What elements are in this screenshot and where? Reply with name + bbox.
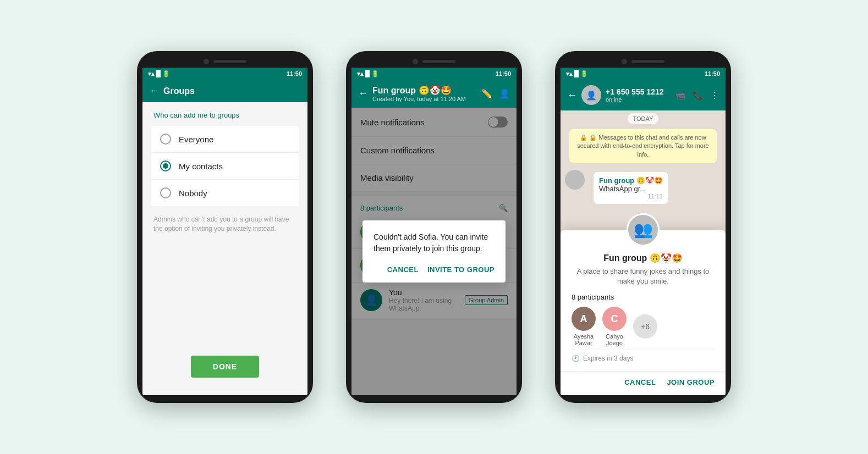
couldnt-add-dialog: Couldn't add Sofia. You can invite them … (362, 220, 506, 283)
battery-icon-2: 🔋 (371, 70, 379, 77)
chat-message-time: 11:11 (599, 193, 663, 200)
chat-message-avatar (565, 170, 585, 190)
cahyo-name: CahyoJoego (606, 333, 623, 346)
groups-title: Groups (163, 86, 301, 96)
invite-dialog-body: Fun group 🙃🤡🤩 A place to share funny jok… (561, 246, 726, 369)
time-3: 11:50 (705, 70, 720, 77)
phone-screen-2: ▾▴ ▉ 🔋 11:50 ← Fun group 🙃🤡🤩 Created by … (351, 68, 517, 395)
invite-dialog-group-avatar: 👥 (627, 213, 660, 246)
pencil-icon[interactable]: ✏️ (481, 88, 492, 99)
radio-everyone[interactable]: Everyone (151, 126, 299, 153)
dialog-invite-button[interactable]: INVITE TO GROUP (427, 263, 495, 276)
wifi-icon-2: ▾▴ (357, 70, 364, 77)
ayesha-name: AyeshaPawar (574, 333, 594, 346)
phone-speaker-1 (213, 60, 246, 63)
dialog-actions: CANCEL INVITE TO GROUP (373, 263, 495, 276)
date-label: TODAY (628, 113, 659, 124)
lock-icon: 🔒 (580, 134, 587, 141)
phone-top-1 (142, 59, 307, 64)
chat-message-sender: Fun group 🙃🤡🤩 (599, 176, 663, 185)
invite-group-name: Fun group 🙃🤡🤩 (572, 253, 715, 263)
phone-camera-2 (413, 59, 418, 64)
back-button-1[interactable]: ← (149, 85, 159, 97)
status-icons-1: ▾▴ ▉ 🔋 (148, 70, 170, 77)
video-call-icon[interactable]: 📹 (675, 90, 686, 101)
invite-actions: CANCEL JOIN GROUP (561, 371, 726, 386)
dialog-overlay: Couldn't add Sofia. You can invite them … (351, 108, 517, 395)
groups-header: ← Groups (142, 80, 307, 102)
invite-avatars: A AyeshaPawar C CahyoJoego +6 (572, 307, 715, 346)
status-bar-3: ▾▴ ▉ 🔋 11:50 (561, 68, 726, 80)
chat-date: TODAY (561, 110, 726, 127)
status-icons-3: ▾▴ ▉ 🔋 (566, 70, 588, 77)
signal-icon-3: ▉ (574, 70, 579, 77)
battery-icon-3: 🔋 (580, 70, 588, 77)
invite-group-desc: A place to share funny jokes and things … (572, 267, 715, 286)
invite-participants-label: 8 participants (572, 293, 715, 301)
invite-cancel-button[interactable]: CANCEL (624, 378, 656, 386)
join-group-button[interactable]: JOIN GROUP (667, 378, 715, 386)
group-info-header: ← Fun group 🙃🤡🤩 Created by You, today at… (351, 80, 517, 108)
more-options-icon[interactable]: ⋮ (710, 90, 719, 101)
radio-circle-mycontacts (160, 160, 171, 171)
radio-circle-nobody (160, 187, 171, 198)
status-icons-2: ▾▴ ▉ 🔋 (357, 70, 379, 77)
ayesha-avatar: A (572, 307, 596, 331)
status-bar-2: ▾▴ ▉ 🔋 11:50 (351, 68, 517, 80)
phone-screen-1: ▾▴ ▉ 🔋 11:50 ← Groups Who can add me to … (142, 68, 307, 395)
clock-icon: 🕐 (572, 355, 580, 362)
phone-speaker-3 (631, 60, 664, 63)
chat-message-row: Fun group 🙃🤡🤩 WhatsApp gr... 11:11 (565, 170, 721, 206)
radio-label-everyone: Everyone (179, 135, 213, 144)
radio-circle-everyone (160, 134, 171, 145)
status-bar-1: ▾▴ ▉ 🔋 11:50 (142, 68, 307, 80)
radio-nobody[interactable]: Nobody (151, 180, 299, 206)
invite-expires: 🕐 Expires in 3 days (572, 350, 715, 362)
phone-top-2 (351, 59, 517, 64)
system-message-text: 🔒 Messages to this chat and calls are no… (577, 134, 708, 158)
add-person-icon[interactable]: 👤 (499, 88, 510, 99)
battery-icon: 🔋 (162, 70, 170, 77)
system-message[interactable]: 🔒 🔒 Messages to this chat and calls are … (569, 129, 717, 163)
phone-1: ▾▴ ▉ 🔋 11:50 ← Groups Who can add me to … (137, 51, 313, 403)
invite-avatar-cahyo: C CahyoJoego (602, 307, 627, 346)
chat-screen: TODAY 🔒 🔒 Messages to this chat and call… (561, 110, 726, 395)
wifi-icon-3: ▾▴ (566, 70, 573, 77)
dialog-cancel-button[interactable]: CANCEL (387, 263, 419, 276)
chat-header-icons: 📹 📞 ⋮ (675, 90, 719, 101)
back-button-2[interactable]: ← (358, 88, 368, 99)
helper-text-groups: Admins who can't add you to a group will… (151, 215, 299, 234)
dialog-message: Couldn't add Sofia. You can invite them … (373, 231, 495, 254)
invite-avatar-extra: +6 (633, 314, 657, 339)
chat-message: Fun group 🙃🤡🤩 WhatsApp gr... 11:11 (594, 172, 668, 204)
invite-avatar-ayesha: A AyeshaPawar (572, 307, 596, 346)
phone-camera-3 (622, 59, 627, 64)
radio-group: Everyone My contacts Nobody (151, 126, 299, 206)
wifi-icon: ▾▴ (148, 70, 155, 77)
cahyo-avatar: C (602, 307, 627, 331)
phone-screen-3: ▾▴ ▉ 🔋 11:50 ← 👤 +1 650 555 1212 online … (561, 68, 726, 395)
chat-contact-name: +1 650 555 1212 (606, 87, 671, 96)
signal-icon: ▉ (156, 70, 161, 77)
group-name-header: Fun group 🙃🤡🤩 (372, 85, 477, 96)
group-subtitle: Created by You, today at 11:20 AM (372, 96, 477, 102)
phone-2: ▾▴ ▉ 🔋 11:50 ← Fun group 🙃🤡🤩 Created by … (346, 51, 522, 403)
time-2: 11:50 (496, 70, 511, 77)
time-1: 11:50 (287, 70, 302, 77)
chat-message-sub: WhatsApp gr... (599, 185, 663, 193)
chat-contact-status: online (606, 96, 671, 103)
voice-call-icon[interactable]: 📞 (693, 90, 704, 101)
done-btn-container: DONE (151, 347, 299, 386)
groups-content: Who can add me to groups Everyone My con… (142, 102, 307, 395)
back-button-3[interactable]: ← (567, 90, 577, 101)
phone-3: ▾▴ ▉ 🔋 11:50 ← 👤 +1 650 555 1212 online … (555, 51, 731, 403)
extra-count: +6 (633, 314, 657, 339)
radio-mycontacts[interactable]: My contacts (151, 153, 299, 180)
done-button[interactable]: DONE (191, 356, 259, 378)
phone-top-3 (561, 59, 726, 64)
radio-label-nobody: Nobody (179, 189, 207, 198)
chat-header: ← 👤 +1 650 555 1212 online 📹 📞 ⋮ (561, 80, 726, 110)
header-icons-2: ✏️ 👤 (481, 88, 510, 99)
phone-camera-1 (204, 59, 209, 64)
section-title-groups: Who can add me to groups (151, 111, 299, 119)
